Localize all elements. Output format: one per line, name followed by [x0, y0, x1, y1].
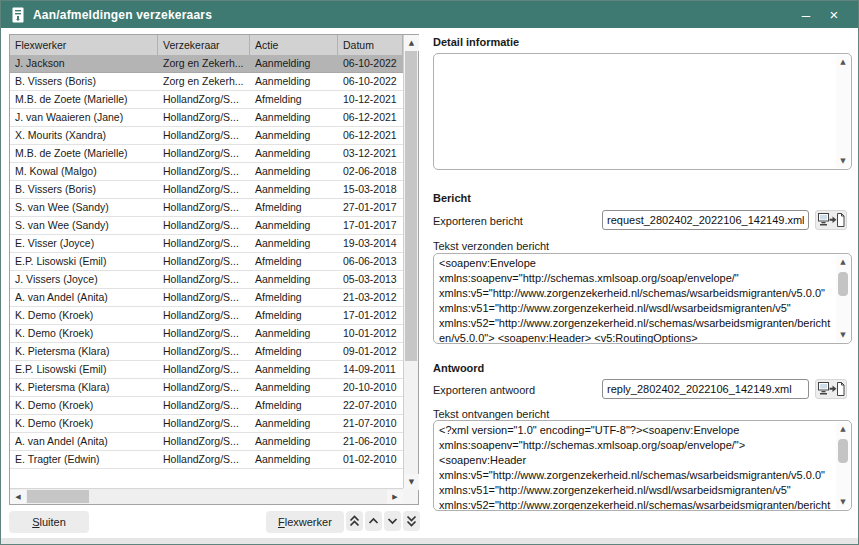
column-header-verzekeraar[interactable]: Verzekeraar [158, 35, 250, 55]
document-icon [11, 7, 25, 23]
scroll-right-icon[interactable]: ▶ [387, 490, 403, 504]
cell-flexwerker: J. Jackson [10, 55, 158, 72]
scroll-prev-button[interactable] [365, 511, 382, 531]
export-antwoord-button[interactable] [815, 379, 847, 399]
table-row[interactable]: S. van Wee (Sandy) HollandZorg/S... Aanm… [10, 217, 403, 235]
cell-datum: 02-06-2018 [338, 163, 403, 180]
cell-verzekeraar: HollandZorg/S... [158, 181, 250, 198]
table-row[interactable]: K. Demo (Kroek) HollandZorg/S... Afmeldi… [10, 397, 403, 415]
registrations-table: Flexwerker Verzekeraar Actie Datum J. Ja… [9, 34, 419, 505]
cell-actie: Aanmelding [250, 271, 338, 288]
scroll-down-icon[interactable]: ▼ [836, 495, 850, 509]
table-row[interactable]: K. Demo (Kroek) HollandZorg/S... Aanmeld… [10, 325, 403, 343]
export-to-file-icon [818, 212, 845, 228]
scroll-down-icon[interactable]: ▼ [836, 328, 850, 342]
table-row[interactable]: B. Vissers (Boris) HollandZorg/S... Aanm… [10, 181, 403, 199]
scroll-up-icon[interactable]: ▲ [836, 255, 850, 269]
cell-actie: Aanmelding [250, 361, 338, 378]
table-row[interactable]: M.B. de Zoete (Marielle) HollandZorg/S..… [10, 145, 403, 163]
detail-textarea[interactable]: ▲ ▼ [433, 53, 852, 170]
sluiten-button-label: Sluiten [9, 511, 89, 533]
detail-text [439, 56, 831, 169]
cell-verzekeraar: HollandZorg/S... [158, 361, 250, 378]
scroll-first-button[interactable] [346, 511, 363, 531]
table-row[interactable]: B. Vissers (Boris) Zorg en Zekerh... Aan… [10, 73, 403, 91]
sluiten-button[interactable]: Sluiten [9, 511, 89, 533]
cell-datum: 17-01-2012 [338, 307, 403, 324]
ontvangen-scrollbar[interactable]: ▲ ▼ [836, 422, 850, 509]
table-row[interactable]: E.P. Lisowski (Emil) HollandZorg/S... Af… [10, 253, 403, 271]
cell-flexwerker: E. Tragter (Edwin) [10, 451, 158, 468]
table-row[interactable]: K. Pietersma (Klara) HollandZorg/S... Aa… [10, 379, 403, 397]
verzonden-bericht-textarea[interactable]: <soapenv:Envelope xmlns:soapenv="http://… [433, 253, 852, 344]
cell-datum: 22-07-2010 [338, 397, 403, 414]
cell-flexwerker: X. Mourits (Xandra) [10, 127, 158, 144]
table-horizontal-scrollbar[interactable]: ◀ ▶ [10, 488, 403, 504]
table-row[interactable]: J. van Waaieren (Jane) HollandZorg/S... … [10, 109, 403, 127]
table-row[interactable]: X. Mourits (Xandra) HollandZorg/S... Aan… [10, 127, 403, 145]
titlebar: Aan/afmeldingen verzekeraars – × [1, 1, 858, 28]
table-row[interactable]: E. Tragter (Edwin) HollandZorg/S... Aanm… [10, 451, 403, 469]
exporteren-antwoord-input[interactable] [602, 379, 809, 399]
scrollbar-corner [403, 488, 418, 504]
export-bericht-button[interactable] [815, 210, 847, 230]
table-row[interactable]: J. Vissers (Joyce) HollandZorg/S... Aanm… [10, 271, 403, 289]
scroll-next-button[interactable] [384, 511, 401, 531]
table-row[interactable]: E. Visser (Joyce) HollandZorg/S... Aanme… [10, 235, 403, 253]
scroll-down-icon[interactable]: ▼ [836, 154, 850, 168]
table-row[interactable]: A. van Andel (Anita) HollandZorg/S... Aa… [10, 433, 403, 451]
column-header-flexwerker[interactable]: Flexwerker [10, 35, 158, 55]
detail-scrollbar[interactable]: ▲ ▼ [836, 55, 850, 168]
cell-flexwerker: K. Demo (Kroek) [10, 415, 158, 432]
antwoord-section-label: Antwoord [433, 362, 484, 374]
cell-datum: 17-01-2017 [338, 217, 403, 234]
cell-flexwerker: A. van Andel (Anita) [10, 289, 158, 306]
cell-actie: Aanmelding [250, 451, 338, 468]
cell-actie: Aanmelding [250, 145, 338, 162]
cell-verzekeraar: HollandZorg/S... [158, 217, 250, 234]
table-row[interactable]: E.P. Lisowski (Emil) HollandZorg/S... Aa… [10, 361, 403, 379]
ontvangen-bericht-textarea[interactable]: <?xml version="1.0" encoding="UTF-8"?><s… [433, 420, 852, 511]
column-header-actie[interactable]: Actie [250, 35, 338, 55]
cell-datum: 05-03-2013 [338, 271, 403, 288]
cell-datum: 20-10-2010 [338, 379, 403, 396]
table-row[interactable]: M. Kowal (Malgo) HollandZorg/S... Aanmel… [10, 163, 403, 181]
minimize-button[interactable]: – [792, 4, 820, 26]
cell-flexwerker: M.B. de Zoete (Marielle) [10, 145, 158, 162]
cell-actie: Aanmelding [250, 109, 338, 126]
close-button[interactable]: × [820, 4, 848, 26]
scroll-up-icon[interactable]: ▲ [836, 422, 850, 436]
flexwerker-button[interactable]: Flexwerker [266, 511, 344, 533]
cell-datum: 21-06-2010 [338, 433, 403, 450]
exporteren-bericht-input[interactable] [602, 210, 809, 230]
cell-flexwerker: B. Vissers (Boris) [10, 181, 158, 198]
cell-verzekeraar: HollandZorg/S... [158, 325, 250, 342]
cell-datum: 06-10-2022 [338, 55, 403, 72]
cell-flexwerker: M.B. de Zoete (Marielle) [10, 91, 158, 108]
scroll-up-icon[interactable]: ▲ [404, 35, 419, 51]
table-row[interactable]: K. Pietersma (Klara) HollandZorg/S... Af… [10, 343, 403, 361]
cell-verzekeraar: HollandZorg/S... [158, 145, 250, 162]
table-row[interactable]: K. Demo (Kroek) HollandZorg/S... Aanmeld… [10, 415, 403, 433]
horizontal-scroll-thumb[interactable] [27, 490, 89, 503]
table-row[interactable]: A. van Andel (Anita) HollandZorg/S... Af… [10, 289, 403, 307]
cell-flexwerker: K. Demo (Kroek) [10, 397, 158, 414]
scroll-thumb[interactable] [838, 272, 848, 296]
scroll-up-icon[interactable]: ▲ [836, 55, 850, 69]
column-header-datum[interactable]: Datum [338, 35, 403, 55]
vertical-scroll-thumb[interactable] [405, 51, 417, 361]
scroll-left-icon[interactable]: ◀ [10, 490, 26, 504]
table-row[interactable]: K. Demo (Kroek) HollandZorg/S... Afmeldi… [10, 307, 403, 325]
bericht-section-label: Bericht [433, 192, 471, 204]
window-title: Aan/afmeldingen verzekeraars [33, 8, 792, 22]
scroll-last-button[interactable] [403, 511, 420, 531]
cell-actie: Aanmelding [250, 379, 338, 396]
table-row[interactable]: S. van Wee (Sandy) HollandZorg/S... Afme… [10, 199, 403, 217]
verzonden-scrollbar[interactable]: ▲ ▼ [836, 255, 850, 342]
cell-datum: 10-01-2012 [338, 325, 403, 342]
table-vertical-scrollbar[interactable]: ▲ ▼ [403, 35, 418, 490]
scroll-thumb[interactable] [838, 439, 848, 463]
cell-verzekeraar: HollandZorg/S... [158, 127, 250, 144]
table-row[interactable]: J. Jackson Zorg en Zekerh... Aanmelding … [10, 55, 403, 73]
table-row[interactable]: M.B. de Zoete (Marielle) HollandZorg/S..… [10, 91, 403, 109]
